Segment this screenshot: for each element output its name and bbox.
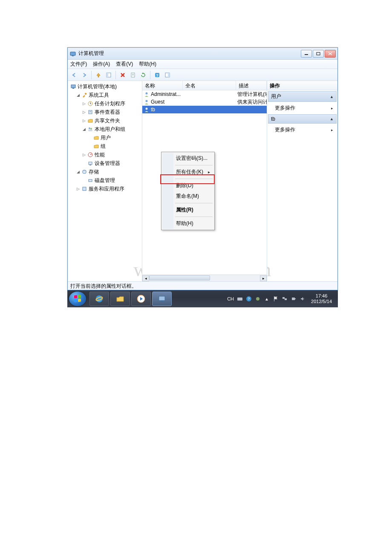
ime-indicator[interactable]: CH [227, 296, 234, 301]
ctx-help[interactable]: 帮助(H) [162, 218, 213, 229]
horizontal-scrollbar[interactable]: ◂ ▸ [142, 275, 267, 281]
computer-icon [70, 84, 76, 90]
user-name: Guest [151, 99, 164, 105]
tree-task-scheduler[interactable]: ▷任务计划程序 [81, 99, 141, 108]
refresh-button[interactable] [138, 70, 148, 80]
back-button[interactable] [69, 70, 79, 80]
tree-disk-management[interactable]: 磁盘管理 [81, 176, 141, 185]
action-more-tb[interactable]: 更多操作 ▸ [267, 124, 337, 135]
power-icon[interactable] [291, 296, 297, 302]
services-icon [81, 186, 87, 192]
svg-rect-34 [83, 187, 86, 191]
column-fullname[interactable]: 全名 [183, 81, 236, 90]
svg-rect-16 [168, 73, 170, 77]
collapse-icon: ◢ [76, 170, 80, 174]
svg-rect-18 [72, 88, 74, 89]
svg-rect-0 [70, 52, 75, 55]
network-icon[interactable] [282, 296, 288, 302]
user-desc: 供来宾访问计 [236, 98, 267, 106]
ctx-set-password[interactable]: 设置密码(S)... [162, 153, 213, 164]
menubar: 文件(F) 操作(A) 查看(V) 帮助(H) [68, 60, 337, 69]
taskbar-ie[interactable] [89, 292, 109, 306]
taskbar-wmplayer[interactable] [131, 292, 151, 306]
menu-action[interactable]: 操作(A) [93, 61, 110, 68]
svg-rect-17 [71, 85, 75, 88]
flag-icon[interactable] [273, 296, 279, 302]
scroll-left-button[interactable]: ◂ [142, 275, 149, 281]
tree-storage[interactable]: ◢存储 [75, 168, 141, 176]
storage-icon [81, 169, 87, 175]
tree-event-viewer[interactable]: ▷事件查看器 [81, 108, 141, 116]
ctx-label: 所有任务(K) [176, 168, 203, 176]
folder-icon [93, 135, 99, 141]
minimize-button[interactable] [301, 50, 312, 58]
delete-button[interactable] [118, 70, 127, 80]
keyboard-icon[interactable] [237, 296, 243, 302]
tree-label: 磁盘管理 [95, 176, 115, 184]
tree-label: 共享文件夹 [95, 117, 120, 124]
show-hidden-icons[interactable]: ▲ [264, 296, 270, 302]
list-row-administrator[interactable]: Administrat... 管理计算机(域 [142, 90, 267, 98]
navigation-tree[interactable]: 计算机管理(本地) ◢系统工具 ▷任务计划程序 ▷事件查看器 ▷共享文件夹 [68, 81, 142, 281]
svg-rect-30 [89, 162, 92, 165]
tree-root-label: 计算机管理(本地) [78, 83, 117, 90]
tree-local-users-groups[interactable]: ◢本地用户和组 [81, 125, 141, 133]
ctx-rename[interactable]: 重命名(M) [162, 191, 213, 202]
forward-button[interactable] [80, 70, 89, 80]
svg-rect-54 [292, 298, 295, 300]
properties-button[interactable] [128, 70, 138, 80]
menu-view[interactable]: 查看(V) [116, 61, 133, 68]
tree-system-tools[interactable]: ◢系统工具 [75, 91, 141, 99]
svg-rect-7 [107, 73, 108, 77]
tree-shared-folders[interactable]: ▷共享文件夹 [81, 116, 141, 125]
tree-label: 事件查看器 [95, 108, 120, 116]
section-label: tb [271, 116, 275, 122]
close-button[interactable] [325, 50, 336, 58]
menu-file[interactable]: 文件(F) [70, 61, 87, 68]
tree-performance[interactable]: ▷性能 [81, 150, 141, 159]
scroll-right-button[interactable]: ▸ [260, 275, 267, 281]
list-row-guest[interactable]: Guest 供来宾访问计 [142, 98, 267, 106]
tree-users[interactable]: 用户 [87, 133, 141, 142]
scroll-thumb[interactable] [149, 275, 210, 280]
action-section-tb[interactable]: tb ▲ [268, 114, 337, 124]
show-hide-tree-button[interactable] [104, 70, 113, 80]
submenu-arrow-icon: ▸ [331, 106, 333, 110]
svg-point-26 [90, 128, 92, 130]
shared-folder-icon [87, 118, 93, 124]
help-tray-icon[interactable]: ? [246, 296, 252, 302]
action-pane-button[interactable] [163, 70, 172, 80]
tree-device-manager[interactable]: 设备管理器 [81, 159, 141, 168]
context-menu: 设置密码(S)... 所有任务(K)▸ 删除(D) 重命名(M) 属性(R) 帮… [161, 152, 215, 230]
tree-services-apps[interactable]: ▷服务和应用程序 [75, 185, 141, 193]
svg-rect-46 [161, 301, 163, 302]
list-row-tb[interactable]: tb [142, 106, 267, 113]
start-button[interactable] [69, 292, 86, 306]
taskbar-explorer[interactable] [110, 292, 130, 306]
ctx-properties[interactable]: 属性(R) [162, 205, 213, 215]
maximize-button[interactable] [313, 50, 324, 58]
svg-rect-3 [317, 52, 320, 55]
action-more-users[interactable]: 更多操作 ▸ [267, 103, 337, 113]
menu-help[interactable]: 帮助(H) [139, 61, 156, 68]
clock-time: 17:46 [311, 293, 332, 299]
column-description[interactable]: 描述 [236, 81, 267, 90]
taskbar-compmgmt[interactable] [152, 292, 172, 306]
help-button[interactable]: ? [153, 70, 162, 80]
list-header: 名称 全名 描述 [142, 81, 267, 90]
ctx-all-tasks[interactable]: 所有任务(K)▸ [162, 167, 213, 177]
up-button[interactable] [94, 70, 103, 80]
window-title: 计算机管理 [78, 50, 104, 57]
volume-icon[interactable] [300, 296, 306, 302]
clock[interactable]: 17:46 2012/5/14 [308, 293, 334, 304]
tree-label: 性能 [95, 151, 105, 159]
tree-groups[interactable]: 组 [87, 142, 141, 150]
options-tray-icon[interactable] [255, 296, 261, 302]
user-name: tb [151, 107, 155, 113]
tree-root[interactable]: 计算机管理(本地) [69, 82, 141, 91]
action-section-users[interactable]: 用户 ▲ [268, 91, 337, 102]
user-desc: 管理计算机(域 [236, 91, 267, 98]
ctx-delete[interactable]: 删除(D) [162, 180, 213, 191]
column-name[interactable]: 名称 [142, 81, 183, 90]
user-icon [144, 99, 150, 105]
